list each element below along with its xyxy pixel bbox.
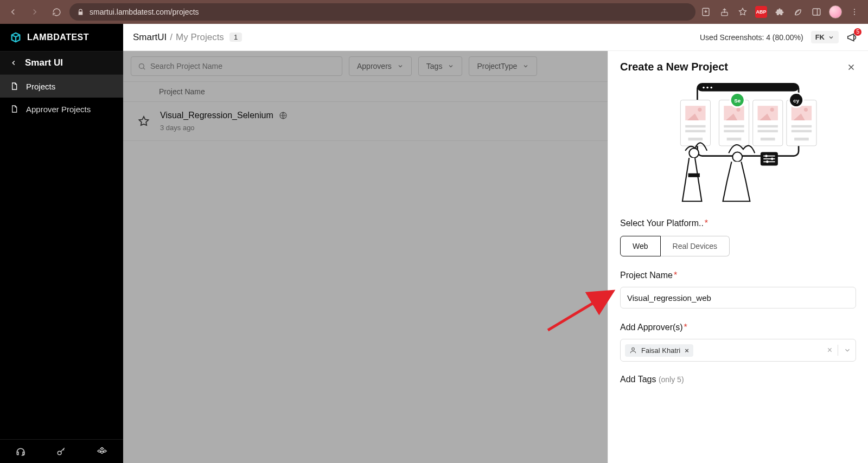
document-icon — [10, 82, 18, 91]
svg-point-54 — [770, 158, 773, 160]
platform-real-devices-button[interactable]: Real Devices — [661, 236, 730, 256]
svg-rect-28 — [726, 138, 741, 140]
clear-select-icon[interactable]: × — [827, 345, 832, 355]
svg-rect-2 — [813, 9, 820, 15]
tags-label: Add Tags (only 5) — [620, 375, 856, 384]
svg-point-14 — [710, 87, 712, 89]
close-icon — [846, 62, 856, 72]
extensions-puzzle-icon[interactable] — [774, 6, 786, 18]
svg-point-12 — [703, 87, 705, 89]
sidebar-item-projects[interactable]: Projects — [0, 75, 123, 98]
svg-rect-42 — [794, 138, 809, 140]
share-icon[interactable] — [718, 6, 730, 18]
svg-rect-33 — [757, 125, 777, 127]
notifications-button[interactable]: 5 — [846, 31, 858, 43]
svg-rect-19 — [685, 125, 705, 127]
svg-point-18 — [698, 108, 701, 112]
sidebar-item-label: Approver Projects — [26, 105, 91, 114]
svg-rect-40 — [791, 125, 811, 127]
crumb-sep: / — [170, 32, 173, 43]
app-frame: LAMBDATEST Smart UI Projects Approver Pr… — [0, 24, 868, 463]
svg-text:cy: cy — [793, 98, 799, 104]
key-icon[interactable] — [56, 446, 67, 457]
chevron-down-icon[interactable] — [844, 346, 851, 354]
svg-point-5 — [854, 14, 855, 15]
hero-illustration: Se cy — [620, 73, 856, 214]
approvers-select[interactable]: Faisal Khatri × × — [620, 339, 856, 362]
svg-point-3 — [854, 9, 855, 10]
install-app-icon[interactable] — [700, 6, 712, 18]
platform-label: Select Your Platform..* — [620, 218, 856, 228]
svg-point-6 — [58, 451, 62, 455]
svg-point-13 — [706, 87, 709, 89]
chrome-profile-avatar[interactable] — [829, 5, 842, 18]
approvers-label: Add Approver(s)* — [620, 323, 856, 332]
document-icon — [10, 105, 18, 113]
back-button[interactable] — [4, 3, 22, 21]
url-text: smartui.lambdatest.com/projects — [90, 8, 199, 16]
topbar: SmartUI / My Projects 1 Used Screenshots… — [123, 24, 868, 51]
reload-button[interactable] — [48, 3, 65, 21]
svg-point-4 — [854, 11, 855, 12]
topbar-right: Used Screenshots: 4 (80.00%) FK 5 — [700, 31, 858, 43]
svg-rect-21 — [688, 138, 703, 140]
user-icon — [629, 346, 637, 354]
platform-web-button[interactable]: Web — [620, 236, 661, 256]
create-project-drawer: Create a New Project — [608, 51, 868, 463]
sidebar-footer — [0, 439, 123, 463]
sidepanel-icon[interactable] — [810, 6, 822, 18]
svg-rect-26 — [724, 125, 744, 127]
chrome-extensions: ABP — [700, 5, 864, 18]
brand[interactable]: LAMBDATEST — [0, 24, 123, 51]
brand-mark-icon — [10, 31, 22, 43]
sidebar: LAMBDATEST Smart UI Projects Approver Pr… — [0, 24, 123, 463]
close-button[interactable] — [846, 62, 856, 72]
chip-remove-icon[interactable]: × — [685, 346, 689, 355]
user-initials: FK — [815, 33, 825, 41]
svg-rect-20 — [685, 130, 705, 132]
integration-icon[interactable] — [97, 446, 108, 457]
svg-point-32 — [770, 108, 774, 112]
brand-name: LAMBDATEST — [27, 33, 89, 42]
forward-button[interactable] — [26, 3, 43, 21]
svg-point-55 — [766, 161, 768, 163]
svg-rect-34 — [757, 130, 777, 132]
svg-rect-27 — [724, 130, 744, 132]
svg-point-39 — [803, 108, 807, 112]
svg-text:Se: Se — [734, 98, 741, 104]
bookmark-star-icon[interactable] — [737, 6, 749, 18]
url-bar[interactable]: smartui.lambdatest.com/projects — [69, 3, 695, 21]
svg-rect-41 — [791, 130, 811, 132]
select-controls: × — [827, 345, 851, 356]
svg-rect-11 — [697, 84, 799, 92]
svg-rect-57 — [688, 173, 699, 177]
leaf-extension-icon[interactable] — [792, 6, 804, 18]
back-chevron-icon — [10, 59, 17, 67]
project-name-label: Project Name* — [620, 271, 856, 280]
browser-chrome: smartui.lambdatest.com/projects ABP — [0, 0, 868, 24]
chevron-down-icon — [828, 34, 834, 41]
svg-point-56 — [689, 149, 699, 158]
drawer-title: Create a New Project — [620, 61, 728, 73]
module-header[interactable]: Smart UI — [0, 51, 123, 75]
user-menu[interactable]: FK — [811, 31, 839, 43]
used-screenshots-label: Used Screenshots: 4 (80.00%) — [700, 33, 803, 42]
adblock-extension-icon[interactable]: ABP — [755, 6, 767, 18]
svg-rect-35 — [760, 138, 775, 140]
approver-chip[interactable]: Faisal Khatri × — [625, 344, 693, 357]
kebab-menu-icon[interactable] — [848, 6, 860, 18]
crumb-current: My Projects — [176, 32, 224, 43]
project-count-chip: 1 — [229, 33, 242, 42]
module-name: Smart UI — [25, 57, 63, 68]
svg-point-25 — [736, 108, 740, 112]
svg-point-59 — [632, 348, 635, 350]
project-name-input[interactable] — [620, 287, 856, 308]
platform-segment: Web Real Devices — [620, 236, 856, 256]
support-headset-icon[interactable] — [15, 446, 26, 457]
sidebar-item-approver-projects[interactable]: Approver Projects — [0, 98, 123, 120]
svg-point-53 — [765, 155, 767, 157]
breadcrumb: SmartUI / My Projects 1 — [133, 32, 242, 43]
crumb-root[interactable]: SmartUI — [133, 32, 167, 43]
lock-icon — [77, 9, 84, 16]
notification-count-badge: 5 — [854, 28, 861, 36]
